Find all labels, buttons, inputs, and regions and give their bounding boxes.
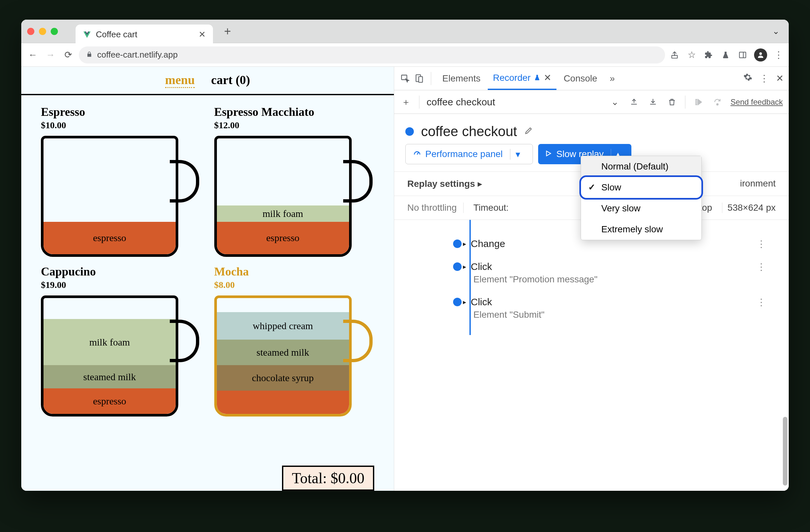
bookmark-star-icon[interactable]: ☆ (686, 49, 697, 61)
close-window-button[interactable] (27, 28, 34, 35)
cup-layer: steamed milk (44, 365, 176, 388)
flask-icon (534, 72, 540, 83)
cup-graphic: milk foamsteamed milkespresso (41, 295, 178, 417)
content-area: menu cart (0) Espresso$10.00espressoEspr… (21, 67, 789, 491)
close-devtools-icon[interactable]: ✕ (776, 73, 783, 84)
url-text: coffee-cart.netlify.app (97, 50, 178, 60)
recorder-toolbar: ＋ coffee checkout ⌄ (394, 90, 789, 114)
browser-menu-icon[interactable]: ⋮ (773, 49, 784, 61)
nav-menu-link[interactable]: menu (165, 72, 195, 88)
browser-window: Coffee cart ✕ + ⌄ ← → ⟳ coffee-cart.netl… (21, 20, 789, 491)
export-icon[interactable] (628, 96, 640, 108)
environment-label-tail: ironment (740, 178, 776, 189)
replay-option-slow[interactable]: Slow (581, 177, 701, 198)
timeline-step[interactable]: ▸Click⋮Element "Promotion message" (463, 261, 772, 285)
cup-graphic: whipped creamsteamed milkchocolate syrup (214, 295, 352, 417)
cup-graphic: espresso (41, 136, 178, 257)
new-tab-button[interactable]: + (224, 25, 231, 38)
new-recording-icon[interactable]: ＋ (400, 96, 412, 108)
settings-gear-icon[interactable] (743, 72, 752, 84)
device-toolbar-icon[interactable] (413, 72, 425, 84)
product-title: Espresso (41, 105, 201, 119)
browser-tab[interactable]: Coffee cart ✕ (76, 25, 213, 45)
cup-layer: steamed milk (217, 340, 349, 365)
step-dot-icon (453, 262, 461, 271)
svg-rect-1 (739, 52, 746, 58)
total-badge[interactable]: Total: $0.00 (282, 466, 374, 491)
devtools-menu-icon[interactable]: ⋮ (760, 73, 769, 84)
close-panel-icon[interactable]: ✕ (544, 72, 551, 83)
step-subtitle: Element "Promotion message" (473, 274, 772, 285)
expand-caret-icon[interactable]: ▸ (463, 298, 466, 306)
side-panel-icon[interactable] (737, 49, 748, 61)
step-menu-icon[interactable]: ⋮ (757, 297, 772, 308)
cup-handle (343, 160, 373, 203)
speedometer-icon (413, 149, 421, 160)
step-icon[interactable] (712, 96, 723, 108)
chevron-down-icon[interactable]: ⌄ (609, 96, 621, 108)
lock-icon (86, 50, 93, 60)
cup-layer: espresso (44, 222, 176, 254)
tab-elements[interactable]: Elements (437, 67, 486, 90)
tab-overflow-icon[interactable]: » (604, 67, 620, 90)
replay-settings-heading[interactable]: Replay settings (407, 179, 475, 189)
product-card[interactable]: Mocha$8.00whipped creamsteamed milkchoco… (214, 265, 375, 418)
reload-button[interactable]: ⟳ (61, 48, 75, 62)
replay-option-normal[interactable]: Normal (Default) (581, 156, 701, 177)
replay-option-extremely-slow[interactable]: Extremely slow (581, 219, 701, 240)
close-tab-icon[interactable]: ✕ (198, 30, 206, 39)
edit-pencil-icon[interactable] (524, 126, 533, 138)
tab-console[interactable]: Console (558, 67, 603, 90)
labs-flask-icon[interactable] (720, 49, 731, 61)
step-title: Change (471, 238, 505, 249)
extensions-puzzle-icon[interactable] (703, 49, 714, 61)
toolbar-right-icons: ☆ ⋮ (669, 48, 784, 62)
timeline-step[interactable]: ▸Click⋮Element "Submit" (463, 296, 772, 320)
expand-caret-icon[interactable]: ▸ (463, 263, 466, 271)
product-card[interactable]: Cappucino$19.00milk foamsteamed milkespr… (41, 265, 201, 418)
expand-caret-icon[interactable]: ▸ (463, 240, 466, 248)
tab-recorder[interactable]: Recorder ✕ (488, 67, 556, 90)
window-controls (27, 28, 58, 35)
forward-button[interactable]: → (44, 48, 57, 62)
continue-icon[interactable] (693, 96, 704, 108)
cup-layer: espresso (44, 388, 176, 414)
cup-graphic: milk foamespresso (214, 136, 352, 257)
back-button[interactable]: ← (26, 48, 39, 62)
svg-point-3 (759, 52, 762, 55)
share-icon[interactable] (669, 49, 680, 61)
send-feedback-link[interactable]: Send feedback (730, 97, 783, 107)
nav-cart-link[interactable]: cart (0) (211, 72, 250, 88)
product-price: $10.00 (41, 120, 201, 131)
step-menu-icon[interactable]: ⋮ (757, 261, 772, 272)
flow-select[interactable]: coffee checkout (426, 97, 602, 108)
browser-titlebar: Coffee cart ✕ + ⌄ (21, 20, 789, 43)
performance-dropdown-icon[interactable]: ▾ (510, 149, 525, 160)
cup-handle (170, 160, 199, 203)
vertical-scrollbar[interactable] (783, 417, 788, 486)
minimize-window-button[interactable] (39, 28, 46, 35)
product-card[interactable]: Espresso Macchiato$12.00milk foamespress… (214, 105, 375, 258)
profile-avatar-icon[interactable] (754, 48, 767, 62)
maximize-window-button[interactable] (51, 28, 58, 35)
replay-option-very-slow[interactable]: Very slow (581, 198, 701, 219)
timeout-label: Timeout: (473, 203, 509, 213)
page-nav: menu cart (0) (21, 67, 394, 95)
delete-trash-icon[interactable] (666, 96, 678, 108)
tab-overflow-icon[interactable]: ⌄ (772, 26, 780, 36)
step-menu-icon[interactable]: ⋮ (757, 239, 772, 249)
throttling-value[interactable]: No throttling (407, 203, 464, 213)
address-bar[interactable]: coffee-cart.netlify.app (79, 46, 665, 63)
product-grid: Espresso$10.00espressoEspresso Macchiato… (21, 95, 394, 428)
cup-layer: milk foam (217, 206, 349, 222)
inspect-element-icon[interactable] (400, 72, 411, 84)
product-card[interactable]: Espresso$10.00espresso (41, 105, 201, 258)
step-subtitle: Element "Submit" (473, 309, 772, 320)
product-title: Cappucino (41, 265, 201, 278)
browser-toolbar: ← → ⟳ coffee-cart.netlify.app ☆ (21, 43, 789, 67)
import-icon[interactable] (647, 96, 659, 108)
performance-panel-button[interactable]: Performance panel ▾ (405, 144, 533, 164)
recording-header: coffee checkout (394, 114, 789, 144)
product-price: $12.00 (214, 120, 375, 131)
cup-layer: whipped cream (217, 312, 349, 340)
